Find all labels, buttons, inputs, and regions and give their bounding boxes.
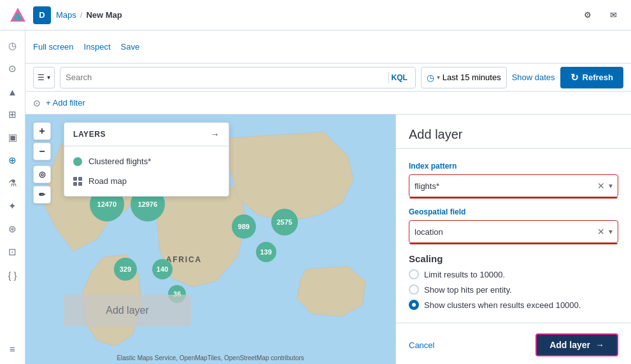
add-layer-placeholder-text: Add layer xyxy=(106,305,149,316)
index-pattern-caret-icon[interactable]: ▾ xyxy=(609,181,613,190)
breadcrumb: Maps / New Map xyxy=(56,10,122,20)
content-area: Full screen Inspect Save ☰ ▾ KQL ◷ ▾ xyxy=(25,31,631,364)
layers-panel-header: LAYERS → xyxy=(64,123,229,146)
add-layer-panel-title: Add layer xyxy=(396,115,631,149)
scaling-option-top-hits[interactable]: Show top hits per entity. xyxy=(409,284,618,295)
breadcrumb-current: New Map xyxy=(86,10,122,20)
scaling-top-hits-label: Show top hits per entity. xyxy=(424,285,512,295)
refresh-label: Refresh xyxy=(583,73,613,82)
cluster-329[interactable]: 329 xyxy=(114,258,137,281)
geospatial-field: Geospatial field location ✕ ▾ xyxy=(409,207,618,243)
clock-icon: ◷ xyxy=(427,73,434,83)
cluster-2575[interactable]: 2575 xyxy=(271,209,298,235)
compass-button[interactable]: ◎ xyxy=(33,165,51,183)
toolbar-links: Full screen Inspect Save xyxy=(33,42,139,52)
sidebar-icon-canvas[interactable]: ▣ xyxy=(3,127,23,148)
draw-button[interactable]: ✏ xyxy=(33,186,51,204)
settings-icon[interactable]: ⚙ xyxy=(578,5,598,25)
layers-title: LAYERS xyxy=(73,130,106,139)
add-layer-placeholder[interactable]: Add layer xyxy=(64,295,191,326)
app-logo xyxy=(8,5,28,25)
time-picker[interactable]: ◷ ▾ Last 15 minutes xyxy=(421,67,507,88)
scaling-clusters-label: Show clusters when results exceed 10000. xyxy=(424,300,581,310)
geospatial-caret-icon[interactable]: ▾ xyxy=(609,227,613,236)
add-layer-panel: Add layer Index pattern flights* ✕ ▾ xyxy=(395,115,631,364)
layer-item-road-map[interactable]: Road map xyxy=(64,171,229,191)
breadcrumb-parent[interactable]: Maps xyxy=(56,10,76,20)
layer-grid-icon xyxy=(73,177,82,186)
geospatial-label: Geospatial field xyxy=(409,207,618,216)
filter-global-icon: ⊙ xyxy=(33,98,41,108)
layer-name-road-map: Road map xyxy=(89,176,127,186)
index-pattern-input[interactable]: flights* ✕ ▾ xyxy=(409,174,618,197)
add-layer-panel-body: Index pattern flights* ✕ ▾ Geospatial fi… xyxy=(396,149,631,323)
radio-top-hits-icon xyxy=(409,284,419,295)
search-bar: ☰ ▾ KQL ◷ ▾ Last 15 minutes Show dates ↻… xyxy=(25,64,631,92)
refresh-button[interactable]: ↻ Refresh xyxy=(560,67,623,88)
save-link[interactable]: Save xyxy=(121,42,140,52)
cluster-989[interactable]: 989 xyxy=(232,214,256,239)
search-input[interactable] xyxy=(66,73,385,82)
add-filter-button[interactable]: + Add filter xyxy=(46,98,85,108)
user-avatar: D xyxy=(33,6,51,24)
layers-list: Clustered flights* Road map xyxy=(64,146,229,196)
scaling-label: Scaling xyxy=(409,253,618,264)
layers-panel: LAYERS → Clustered flights* xyxy=(64,122,229,197)
map-area[interactable]: AFRICA + − ◎ ✏ 3161 124 xyxy=(25,115,395,364)
layers-collapse-icon[interactable]: → xyxy=(210,129,220,139)
sidebar: ◷ ⊙ ▲ ⊞ ▣ ⊕ ⚗ ✦ ⊛ ⊡ { } ≡ xyxy=(0,31,25,364)
scaling-option-limit[interactable]: Limit results to 10000. xyxy=(409,269,618,279)
add-layer-button-label: Add layer xyxy=(549,340,590,350)
index-pattern-label: Index pattern xyxy=(409,162,618,171)
radio-clusters-icon xyxy=(409,300,419,310)
add-layer-button[interactable]: Add layer → xyxy=(535,333,618,356)
nav-icons: ⚙ ✉ xyxy=(578,5,623,25)
index-pattern-field: Index pattern flights* ✕ ▾ xyxy=(409,162,618,197)
scaling-limit-label: Limit results to 10000. xyxy=(424,270,505,279)
mail-icon[interactable]: ✉ xyxy=(603,5,623,25)
search-type-icon: ☰ xyxy=(38,73,45,82)
layer-dot-icon xyxy=(73,157,82,166)
index-pattern-clear-icon[interactable]: ✕ xyxy=(597,181,605,191)
inspect-link[interactable]: Inspect xyxy=(84,42,111,52)
kql-badge[interactable]: KQL xyxy=(388,72,410,83)
filter-bar: ⊙ + Add filter xyxy=(25,92,631,115)
add-layer-arrow-icon: → xyxy=(595,340,604,350)
cancel-button[interactable]: Cancel xyxy=(409,340,434,350)
sidebar-icon-dashboard[interactable]: ⊞ xyxy=(3,104,23,125)
zoom-in-button[interactable]: + xyxy=(33,122,51,140)
layer-item-clustered-flights[interactable]: Clustered flights* xyxy=(64,151,229,171)
radio-limit-icon xyxy=(409,269,419,279)
scaling-section: Scaling Limit results to 10000. Show top… xyxy=(409,253,618,310)
toolbar: Full screen Inspect Save xyxy=(25,31,631,64)
index-pattern-value: flights* xyxy=(415,181,597,191)
geospatial-input[interactable]: location ✕ ▾ xyxy=(409,220,618,243)
sidebar-icon-graph[interactable]: ✦ xyxy=(3,196,23,216)
sidebar-icon-security[interactable]: ⊛ xyxy=(3,219,23,239)
sidebar-icon-ml[interactable]: ⚗ xyxy=(3,173,23,193)
time-label: Last 15 minutes xyxy=(443,73,501,82)
sidebar-icon-monitoring[interactable]: ⊡ xyxy=(3,242,23,262)
cluster-139[interactable]: 139 xyxy=(256,242,276,262)
refresh-icon: ↻ xyxy=(571,72,579,83)
search-type-dropdown[interactable]: ☰ ▾ xyxy=(33,67,55,88)
map-controls: + − ◎ ✏ xyxy=(33,122,51,204)
cluster-140[interactable]: 140 xyxy=(152,259,173,279)
search-input-wrap[interactable]: KQL xyxy=(60,67,416,88)
sidebar-icon-dev[interactable]: { } xyxy=(3,265,23,285)
time-picker-caret: ▾ xyxy=(437,74,440,81)
geospatial-clear-icon[interactable]: ✕ xyxy=(597,227,605,237)
add-layer-panel-footer: Cancel Add layer → xyxy=(396,323,631,364)
show-dates-button[interactable]: Show dates xyxy=(512,73,555,82)
sidebar-icon-maps[interactable]: ⊕ xyxy=(3,150,23,171)
layer-name-clustered-flights: Clustered flights* xyxy=(89,157,151,166)
chevron-down-icon: ▾ xyxy=(47,74,50,81)
sidebar-icon-visualize[interactable]: ▲ xyxy=(3,81,23,102)
scaling-radio-group: Limit results to 10000. Show top hits pe… xyxy=(409,269,618,310)
scaling-option-clusters[interactable]: Show clusters when results exceed 10000. xyxy=(409,300,618,310)
sidebar-icon-time[interactable]: ◷ xyxy=(3,36,23,56)
sidebar-icon-more[interactable]: ≡ xyxy=(3,339,23,359)
sidebar-icon-discover[interactable]: ⊙ xyxy=(3,59,23,79)
fullscreen-link[interactable]: Full screen xyxy=(33,42,74,52)
zoom-out-button[interactable]: − xyxy=(33,143,51,160)
